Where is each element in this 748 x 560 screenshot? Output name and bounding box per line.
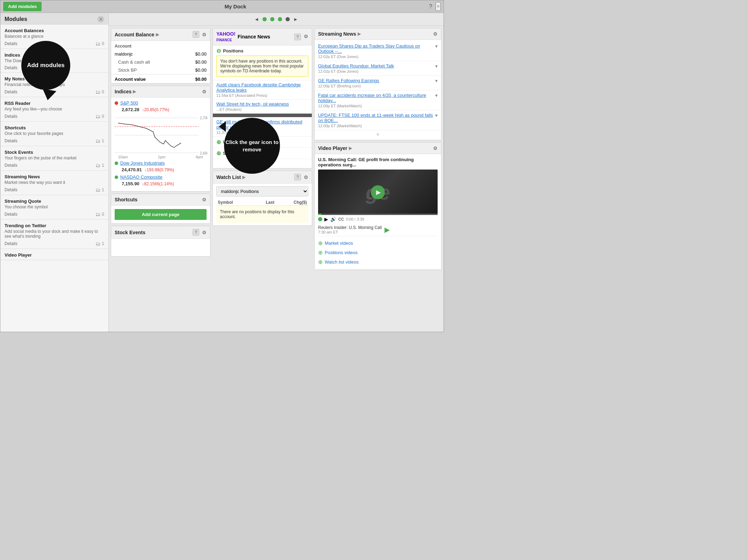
help-icon-button[interactable]: ?	[193, 31, 199, 38]
vp-cc-button[interactable]: CC	[338, 217, 344, 221]
watch-list-dropdown[interactable]: maldonjc Positions	[216, 186, 308, 196]
sn-link-4[interactable]: Fatal car accidents increase on 4/20, a …	[318, 93, 426, 103]
sp500-change: ↓20.85(0.77%)	[142, 107, 169, 112]
stock-bp-value-cell: $0.00	[180, 66, 210, 74]
sidebar-item-my-notes: My Notes Financial notes at your fingert…	[0, 73, 108, 97]
wl-gear-icon[interactable]: ⚙	[304, 174, 308, 180]
details-link[interactable]: Details	[5, 41, 17, 46]
body-area: Modules ✕ Account Balances Balances at a…	[0, 13, 444, 332]
vp-play-pause-button[interactable]: ▶	[324, 216, 328, 222]
fn-news-link-1[interactable]: Audit clears Facebook despite Cambridge …	[216, 82, 301, 93]
sp500-link[interactable]: S&P 500	[120, 100, 138, 106]
watchlists-expand-icon[interactable]: ⊕	[216, 139, 221, 145]
details-link[interactable]: Details	[5, 163, 17, 168]
sn-expand-item-3[interactable]: ▾	[435, 78, 438, 84]
nav-dot-1[interactable]	[262, 17, 267, 21]
stock-bp-label-cell: Stock BP	[111, 66, 180, 74]
stock-events-gear-icon[interactable]: ⚙	[202, 230, 207, 235]
badge-icon: 🗂	[95, 163, 100, 168]
badge: 🗂1	[95, 138, 104, 144]
vp-volume-button[interactable]: 🔊	[330, 216, 336, 222]
nav-dot-4[interactable]	[286, 17, 290, 21]
sidebar-item-desc: One click to your favorite pages	[5, 131, 104, 136]
sidebar-title: Modules	[5, 16, 27, 22]
sidebar-item-video-player: Video Player	[0, 249, 108, 260]
sidebar-item-shortcuts: Shortcuts One click to your favorite pag…	[0, 122, 108, 146]
svg-text:2,660: 2,660	[200, 151, 207, 155]
sn-time-4: 12:00p ET (MarketWatch)	[318, 104, 433, 108]
nav-prev-button[interactable]: ◄	[254, 16, 259, 22]
sn-expand-icon[interactable]: ▶	[358, 31, 361, 36]
gear-icon-button[interactable]: ⚙	[202, 32, 207, 37]
vp-play-button[interactable]: ▶	[371, 185, 385, 199]
video-player-header: Video Player ▶ ⚙	[315, 143, 441, 154]
right-column: Streaming News ▶ ⚙ European Shares Dip a…	[314, 28, 441, 330]
add-modules-button[interactable]: Add modules	[3, 2, 42, 11]
fn-news-link-5[interactable]: GE still mulls breakup, confirms distrib…	[216, 119, 302, 130]
badge-icon: 🗂	[95, 89, 100, 95]
fn-news-item-2: Wall Street hit by tech, oil weakness ..…	[213, 100, 312, 114]
vp-thumbnail[interactable]: ge ▶	[318, 170, 438, 215]
sp500-price-row: 2,672.28 ↓20.85(0.77%)	[115, 107, 207, 112]
details-link[interactable]: Details	[5, 187, 17, 192]
wl-expand-icon[interactable]: ▶	[242, 175, 245, 180]
vp-reuters-item[interactable]: Reuters Insider: U.S. Morning Call 7:30 …	[318, 223, 438, 236]
fn-news-link-2[interactable]: Wall Street hit by tech, oil weakness	[216, 101, 289, 107]
add-current-page-button[interactable]: Add current page	[115, 209, 207, 220]
details-link[interactable]: Details	[5, 241, 17, 246]
account-val-header	[180, 41, 210, 50]
sn-expand-item-2[interactable]: ▾	[435, 63, 438, 69]
vp-positions-videos-link[interactable]: ⊕ Positions videos	[318, 248, 438, 257]
indices-expand-icon[interactable]: ▶	[133, 89, 136, 94]
window-close-button[interactable]: ×	[436, 2, 441, 11]
fn-gear-icon[interactable]: ⚙	[304, 34, 308, 40]
sidebar-close-button[interactable]: ✕	[97, 16, 104, 23]
nav-dot-2[interactable]	[270, 17, 274, 21]
fn-positions-header: ⊖ Positions	[216, 48, 308, 54]
nav-dot-3[interactable]	[278, 17, 282, 21]
nasdaq-link[interactable]: NASDAQ Composite	[120, 174, 163, 180]
indices-gear-icon[interactable]: ⚙	[202, 89, 207, 94]
vp-market-videos-link[interactable]: ⊕ Market videos	[318, 238, 438, 248]
cash-value-cell: $0.00	[180, 58, 210, 66]
sn-expand-item-5[interactable]: ▾	[435, 113, 438, 118]
details-link[interactable]: Details	[5, 65, 17, 70]
dow-link[interactable]: Dow Jones Industrials	[120, 160, 165, 166]
sidebar-item-name: Indices	[5, 52, 104, 58]
fn-help-button[interactable]: ?	[294, 34, 301, 40]
stock-events-card: Stock Events ? ⚙	[111, 226, 210, 257]
vp-expand-icon[interactable]: ▶	[349, 146, 352, 151]
details-link[interactable]: Details	[5, 138, 17, 143]
details-link[interactable]: Details	[5, 89, 17, 94]
wl-help-button[interactable]: ?	[294, 174, 301, 180]
fn-watchlists-header: ⊕ Watch lists	[216, 139, 308, 145]
sp500-status-dot	[115, 101, 118, 105]
sn-link-2[interactable]: Global Equities Roundup: Market Talk	[318, 63, 394, 69]
shortcuts-gear-icon[interactable]: ⚙	[202, 197, 207, 202]
vp-watchlist-videos-link[interactable]: ⊕ Watch list videos	[318, 257, 438, 267]
stock-events-help-button[interactable]: ?	[193, 229, 199, 236]
positions-collapse-icon[interactable]: ⊖	[216, 48, 221, 54]
vp-play-small-icon[interactable]: ▶	[384, 225, 390, 234]
details-link[interactable]: Details	[5, 212, 17, 217]
fn-news-time-1: 11:56a ET (Associated Press)	[216, 93, 308, 98]
video-player-body: U.S. Morning Call: GE profit from contin…	[315, 154, 441, 270]
details-link[interactable]: Details	[5, 114, 17, 119]
help-button[interactable]: ?	[429, 3, 432, 10]
positions-videos-label: Positions videos	[325, 250, 358, 255]
vp-progress-bar-bg	[318, 214, 438, 215]
sn-link-1[interactable]: European Shares Dip as Traders Stay Caut…	[318, 43, 420, 54]
expand-arrow-icon[interactable]: ▶	[156, 32, 159, 37]
sn-gear-icon[interactable]: ⚙	[433, 31, 438, 37]
sn-link-5[interactable]: UPDATE: FTSE 100 ends at 11-week high as…	[318, 113, 433, 123]
vp-gear-icon[interactable]: ⚙	[433, 145, 438, 151]
symbol-search-expand-icon[interactable]: ⊕	[216, 150, 221, 157]
finance-news-card: YAHOO!FINANCE Finance News ? ⚙ ⊖ Positio…	[213, 28, 312, 168]
sn-link-3[interactable]: GE Rallies Following Earnings	[318, 78, 379, 83]
sn-expand-item-1[interactable]: ▾	[435, 43, 438, 49]
sn-expand-item-4[interactable]: ▾	[435, 93, 438, 98]
indices-chart-svg: 2,700 2,660	[115, 114, 207, 156]
account-balance-card: Account Balance ▶ ? ⚙ Account	[111, 28, 210, 84]
finance-news-title: Finance News	[238, 34, 270, 40]
nav-next-button[interactable]: ►	[293, 16, 298, 22]
